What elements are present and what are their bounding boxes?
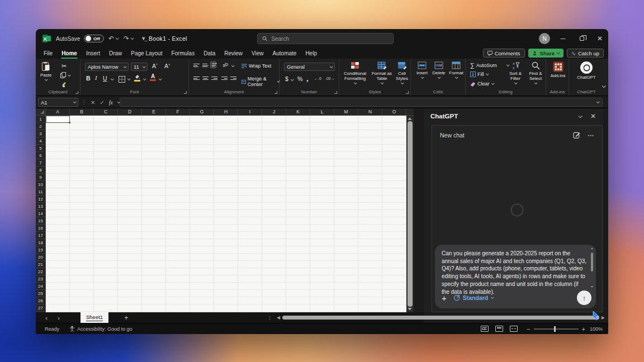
- addins-button[interactable]: Add-ins: [548, 61, 568, 78]
- orientation-chevron-icon[interactable]: [231, 64, 235, 67]
- column-header[interactable]: B: [70, 108, 94, 115]
- tab-data[interactable]: Data: [199, 48, 220, 59]
- panel-close-icon[interactable]: ✕: [590, 112, 596, 120]
- row-header[interactable]: 19: [36, 246, 45, 254]
- select-all-corner[interactable]: [36, 108, 46, 116]
- insert-cells-button[interactable]: Insert: [414, 61, 430, 79]
- undo-button[interactable]: ↶: [108, 35, 114, 42]
- row-header[interactable]: 22: [36, 268, 45, 275]
- column-header[interactable]: O: [382, 108, 406, 115]
- copy-button[interactable]: [60, 72, 70, 78]
- expand-formula-bar-icon[interactable]: [596, 100, 600, 103]
- column-header[interactable]: M: [334, 108, 358, 115]
- maximize-button[interactable]: [574, 29, 590, 48]
- cut-button[interactable]: ✂: [61, 63, 67, 70]
- chat-input-scrollbar[interactable]: [591, 249, 593, 286]
- increase-indent-icon[interactable]: [230, 77, 236, 80]
- clipboard-dialog-launcher[interactable]: [75, 91, 78, 94]
- search-input[interactable]: [271, 36, 389, 42]
- row-header[interactable]: 18: [36, 239, 45, 246]
- page-break-view-button[interactable]: [510, 326, 518, 332]
- scroll-up-icon[interactable]: [408, 117, 412, 120]
- format-cells-button[interactable]: Format: [448, 61, 465, 79]
- catch-up-button[interactable]: ∿Catch up: [567, 49, 604, 58]
- tab-page-layout[interactable]: Page Layout: [126, 48, 167, 59]
- fill-color-button[interactable]: [134, 74, 140, 82]
- italic-button[interactable]: I: [95, 75, 97, 81]
- confirm-entry-icon[interactable]: ✓: [100, 99, 104, 106]
- column-header[interactable]: H: [214, 108, 238, 115]
- cancel-entry-icon[interactable]: ✕: [91, 99, 95, 106]
- top-align-icon[interactable]: [193, 64, 200, 67]
- zoom-slider-thumb[interactable]: [554, 326, 556, 332]
- align-center-icon[interactable]: [202, 77, 209, 80]
- next-sheet-icon[interactable]: ›: [53, 315, 65, 321]
- row-header[interactable]: 5: [36, 145, 45, 152]
- chat-input[interactable]: Can you please generate a 2020-2025 repo…: [442, 250, 587, 296]
- name-box[interactable]: A1: [38, 98, 78, 107]
- bottom-align-icon[interactable]: [210, 61, 216, 68]
- conditional-formatting-button[interactable]: Conditional Formatting: [342, 61, 368, 84]
- autosave-toggle[interactable]: Off: [84, 35, 104, 42]
- tab-help[interactable]: Help: [301, 48, 321, 59]
- panel-collapse-icon[interactable]: [579, 114, 583, 118]
- scroll-down-icon[interactable]: [408, 308, 412, 311]
- comments-button[interactable]: Comments: [483, 49, 525, 58]
- underline-chevron-icon[interactable]: [111, 77, 114, 80]
- send-button[interactable]: ↑: [577, 290, 591, 305]
- scroll-left-icon[interactable]: ◀: [277, 315, 280, 320]
- row-header[interactable]: 20: [36, 254, 45, 261]
- horizontal-scrollbar[interactable]: ⋮ ◀ ▶: [267, 312, 605, 323]
- clear-button[interactable]: Clear: [470, 81, 494, 87]
- borders-icon[interactable]: [119, 76, 125, 83]
- decrease-decimal-button[interactable]: .00→: [325, 77, 335, 80]
- format-as-table-button[interactable]: Format as Table: [371, 61, 393, 84]
- customize-quick-access-icon[interactable]: ▼̲: [141, 36, 146, 41]
- number-dialog-launcher[interactable]: [334, 91, 337, 94]
- chat-options-icon[interactable]: ⋯: [588, 132, 595, 139]
- column-header[interactable]: J: [262, 108, 286, 115]
- formula-input[interactable]: [120, 98, 603, 107]
- attach-plus-button[interactable]: +: [442, 293, 447, 303]
- tab-home[interactable]: Home: [57, 48, 82, 59]
- underline-button[interactable]: U: [103, 75, 107, 82]
- bold-button[interactable]: B: [86, 75, 91, 82]
- column-header[interactable]: C: [94, 108, 118, 115]
- chatgpt-ribbon-button[interactable]: ChatGPT: [575, 61, 598, 80]
- vertical-scrollbar[interactable]: [406, 116, 414, 312]
- decrease-indent-icon[interactable]: [221, 77, 228, 80]
- percent-button[interactable]: %: [297, 75, 302, 82]
- row-header[interactable]: 14: [36, 210, 45, 217]
- row-header[interactable]: 7: [36, 159, 45, 166]
- vertical-scroll-thumb[interactable]: [408, 121, 413, 307]
- row-header[interactable]: 27: [36, 304, 45, 312]
- prev-sheet-icon[interactable]: ‹: [40, 315, 53, 321]
- column-header[interactable]: L: [310, 108, 334, 115]
- font-dialog-launcher[interactable]: [184, 91, 187, 94]
- selected-cell-a1[interactable]: [46, 116, 70, 123]
- sheet-tab-active[interactable]: Sheet1: [80, 312, 108, 323]
- font-color-chevron-icon[interactable]: [159, 77, 162, 80]
- zoom-level[interactable]: 100%: [590, 326, 603, 332]
- tab-view[interactable]: View: [247, 48, 268, 59]
- row-header[interactable]: 26: [36, 297, 45, 304]
- column-header[interactable]: K: [286, 108, 310, 115]
- align-right-icon[interactable]: [211, 77, 217, 80]
- tab-review[interactable]: Review: [220, 48, 247, 59]
- row-header[interactable]: 8: [36, 166, 45, 174]
- share-button[interactable]: Share: [528, 49, 564, 58]
- pane-splitter-icon[interactable]: ⋮: [267, 315, 272, 321]
- row-header[interactable]: 21: [36, 261, 45, 268]
- zoom-slider[interactable]: [534, 328, 579, 330]
- scroll-right-icon[interactable]: ▶: [602, 315, 605, 320]
- zoom-in-button[interactable]: +: [582, 326, 585, 332]
- middle-align-icon[interactable]: [202, 64, 209, 67]
- normal-view-button[interactable]: [481, 326, 489, 332]
- row-header[interactable]: 12: [36, 196, 45, 203]
- compose-icon[interactable]: [573, 131, 580, 139]
- horizontal-scroll-thumb[interactable]: [282, 316, 599, 320]
- zoom-out-button[interactable]: −: [527, 326, 530, 332]
- font-color-button[interactable]: A: [150, 74, 156, 81]
- row-header[interactable]: 11: [36, 188, 45, 196]
- column-header[interactable]: E: [142, 108, 166, 115]
